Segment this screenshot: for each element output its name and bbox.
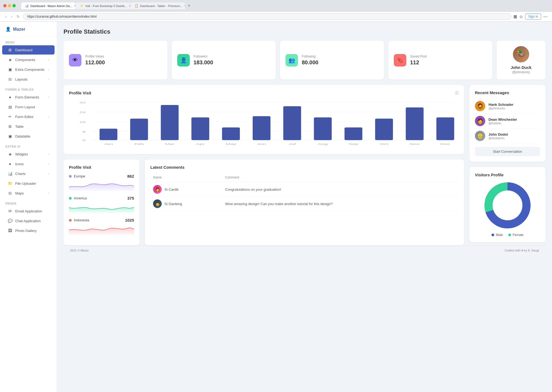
female-legend-dot bbox=[508, 234, 511, 236]
sidebar: 👤 Mazer Menu ⊞ Dashboard ◈ Components › … bbox=[0, 22, 57, 392]
svg-text:Mar: Mar bbox=[165, 143, 175, 146]
profile-visit-stats-card: Profile Visit Europe 862 bbox=[64, 160, 139, 245]
forward-button[interactable]: › bbox=[10, 14, 14, 19]
sidebar-item-layouts[interactable]: ⊟ Layouts › bbox=[2, 75, 55, 84]
maximize-button[interactable] bbox=[12, 4, 16, 7]
browser-tab-2[interactable]: ⚡ Volt - Free Bootstrap 5 Dashb... ✕ bbox=[76, 2, 130, 9]
sidebar-item-icons[interactable]: ● Icons › bbox=[2, 159, 55, 168]
profile-name: John Duck bbox=[511, 65, 532, 70]
browser-actions: ⊞ ☆ Sign in ⋯ bbox=[513, 14, 548, 20]
sidebar-item-datatable[interactable]: ▣ Datatable bbox=[2, 132, 55, 141]
sidebar-item-form-elements[interactable]: ● Form Elements › bbox=[2, 93, 55, 102]
pv-row-america: America 375 bbox=[69, 196, 134, 214]
recent-messages-card: Recent Messages 🧔 Hank Schrader @johnduc… bbox=[469, 85, 545, 162]
tab-favicon-2: ⚡ bbox=[80, 4, 84, 8]
profile-card: 🦆 John Duck @johnducky bbox=[497, 41, 545, 79]
svg-rect-13 bbox=[191, 117, 209, 140]
email-app-icon: ✉ bbox=[8, 209, 12, 213]
table-icon: ⊞ bbox=[8, 124, 12, 129]
browser-tab-3[interactable]: 📋 Dashboard - Tabler - Premium... ✕ bbox=[131, 2, 185, 9]
svg-rect-18 bbox=[344, 128, 362, 140]
msg-name-2: Dean Winchester bbox=[488, 117, 517, 122]
form-layout-icon: ▤ bbox=[8, 105, 12, 109]
message-item-1[interactable]: 🧔 Hank Schrader @johnducky bbox=[475, 99, 540, 114]
message-item-3[interactable]: 👴 John Dodol @dodoljohn bbox=[475, 129, 540, 144]
message-item-2[interactable]: 🧑 Dean Winchester @imdean bbox=[475, 114, 540, 129]
svg-text:70.0%: 70.0% bbox=[510, 205, 518, 209]
msg-info-3: John Dodol @dodoljohn bbox=[488, 132, 508, 140]
sidebar-label-charts: Charts bbox=[15, 172, 26, 176]
form-elements-icon: ● bbox=[8, 95, 12, 99]
sign-in-button[interactable]: Sign in bbox=[525, 14, 541, 20]
sidebar-label-dashboard: Dashboard bbox=[15, 48, 33, 52]
minimize-button[interactable] bbox=[8, 4, 11, 7]
svg-rect-20 bbox=[406, 107, 424, 140]
sidebar-item-charts[interactable]: 📊 Charts › bbox=[2, 169, 55, 178]
comments-table: Name Comment 👩 Si Cantik bbox=[150, 174, 459, 211]
bookmark-icon: 🔖 bbox=[397, 57, 404, 63]
sidebar-item-components[interactable]: ◈ Components › bbox=[2, 55, 55, 64]
stats-profile-row: 👁 Profile Views 112.000 👤 Followers 183.… bbox=[64, 41, 545, 79]
svg-text:30.0%: 30.0% bbox=[495, 201, 503, 205]
sidebar-label-photo-gallery: Photo Gallery bbox=[15, 229, 37, 233]
svg-rect-12 bbox=[161, 105, 179, 140]
profile-avatar: 🦆 bbox=[513, 46, 529, 62]
sidebar-item-email-app[interactable]: ✉ Email Application bbox=[2, 206, 55, 216]
profile-handle: @johnducky bbox=[512, 70, 530, 74]
svg-rect-19 bbox=[375, 119, 393, 140]
sidebar-item-chat-app[interactable]: 💬 Chat Application bbox=[2, 216, 55, 225]
side-column: Recent Messages 🧔 Hank Schrader @johnduc… bbox=[469, 85, 545, 245]
tab-close-1[interactable]: ✕ bbox=[74, 4, 75, 7]
stat-card-following: 👥 Following 80.000 bbox=[280, 41, 384, 79]
chart-title: Profile Visit bbox=[69, 91, 91, 95]
chevron-icon: › bbox=[48, 153, 49, 156]
app: 👤 Mazer Menu ⊞ Dashboard ◈ Components › … bbox=[0, 22, 552, 392]
sidebar-item-form-layout[interactable]: ▤ Form Layout bbox=[2, 102, 55, 111]
sidebar-label-form-editor: Form Editor bbox=[15, 115, 34, 119]
start-conversation-button[interactable]: Start Conversation bbox=[475, 147, 540, 156]
sidebar-item-widgets[interactable]: ◈ Widgets › bbox=[2, 149, 55, 159]
tab-close-3[interactable]: ✕ bbox=[184, 4, 185, 7]
sidebar-item-maps[interactable]: ⊟ Maps › bbox=[2, 189, 55, 198]
browser-tab-1[interactable]: 📊 Dashboard - Mazer Admin Da... ✕ bbox=[21, 2, 75, 9]
back-button[interactable]: ‹ bbox=[4, 14, 8, 19]
profile-visit-chart-card: Profile Visit ☰ 32 2 bbox=[64, 85, 464, 154]
bar-chart-container: 32 24 16 8 0 bbox=[69, 100, 459, 149]
stat-value-profile-views: 112.000 bbox=[85, 59, 105, 66]
stat-info-profile-views: Profile Views 112.000 bbox=[85, 55, 105, 66]
sidebar-label-chat-app: Chat Application bbox=[15, 219, 41, 223]
icons-icon: ● bbox=[8, 162, 12, 166]
commenter-1: 👩 Si Cantik bbox=[150, 182, 223, 197]
visitors-profile-card: Visitors Profile 30.0% bbox=[469, 167, 545, 242]
stats-group: 👁 Profile Views 112.000 👤 Followers 183.… bbox=[64, 41, 492, 79]
svg-text:Jul: Jul bbox=[289, 143, 296, 146]
close-button[interactable] bbox=[3, 4, 7, 7]
chart-menu-icon[interactable]: ☰ bbox=[455, 90, 459, 95]
new-tab-button[interactable]: + bbox=[186, 2, 192, 9]
sidebar-item-table[interactable]: ⊞ Table bbox=[2, 122, 55, 131]
address-bar[interactable]: https://zuramai.github.io/mazer/demo/ind… bbox=[23, 13, 511, 20]
indonesia-sparkline bbox=[69, 224, 134, 235]
footer-left: 2021 © Mazer bbox=[70, 249, 89, 252]
file-uploader-icon: 📁 bbox=[8, 181, 12, 186]
sidebar-item-dashboard[interactable]: ⊞ Dashboard bbox=[2, 45, 55, 55]
stat-card-followers: 👤 Followers 183.000 bbox=[172, 41, 276, 79]
comment-row-2: 👨 Si Ganteng Wow amazing design! Can you… bbox=[150, 197, 459, 211]
tab-close-2[interactable]: ✕ bbox=[129, 4, 130, 7]
refresh-button[interactable]: ↻ bbox=[15, 14, 21, 19]
pages-label: Pages bbox=[0, 198, 57, 206]
stat-info-following: Following 80.000 bbox=[302, 55, 318, 66]
comments-title: Latest Comments bbox=[150, 165, 459, 170]
comment-2-text: Wow amazing design! Can you make another… bbox=[223, 197, 459, 211]
sidebar-item-form-editor[interactable]: ✏ Form Editor › bbox=[2, 112, 55, 121]
footer: 2021 © Mazer Crafted with ♥ by A. Saugi bbox=[64, 245, 545, 255]
sidebar-item-photo-gallery[interactable]: 🖼 Photo Gallery bbox=[2, 226, 55, 235]
menu-icon[interactable]: ⋯ bbox=[543, 14, 548, 19]
sidebar-item-file-uploader[interactable]: 📁 File Uploader bbox=[2, 179, 55, 188]
svg-rect-15 bbox=[253, 116, 271, 140]
stat-card-profile-views: 👁 Profile Views 112.000 bbox=[64, 41, 167, 79]
tab-label-2: Volt - Free Bootstrap 5 Dashb... bbox=[85, 4, 127, 8]
sidebar-item-extra-components[interactable]: ▣ Extra Components › bbox=[2, 65, 55, 74]
datatable-icon: ▣ bbox=[8, 134, 12, 138]
sidebar-label-components: Components bbox=[15, 58, 35, 62]
